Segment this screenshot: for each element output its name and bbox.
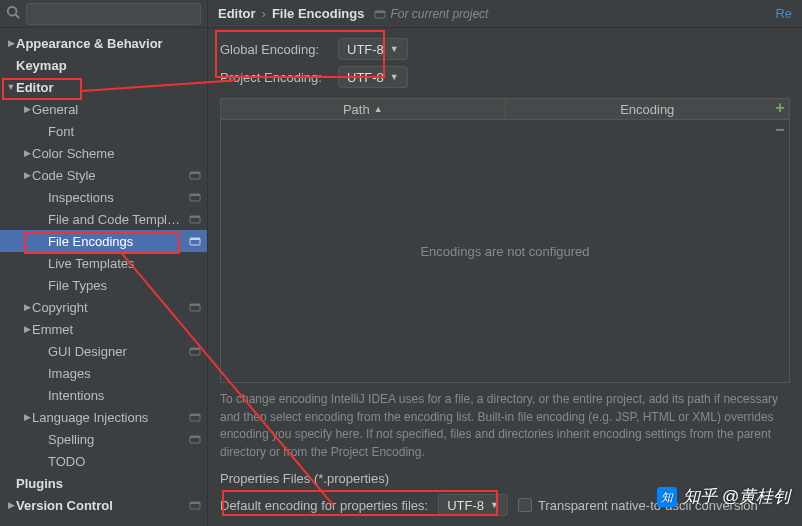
tree-item-file-types[interactable]: File Types <box>0 274 207 296</box>
tree-item-file-encodings[interactable]: File Encodings <box>0 230 207 252</box>
encoding-form: Global Encoding: UTF-8 ▼ Project Encodin… <box>220 38 408 88</box>
tree-item-inspections[interactable]: Inspections <box>0 186 207 208</box>
global-encoding-combo[interactable]: UTF-8 ▼ <box>338 38 408 60</box>
tree-item-keymap[interactable]: Keymap <box>0 54 207 76</box>
tree-item-general[interactable]: ▶General <box>0 98 207 120</box>
tree-item-copyright[interactable]: ▶Copyright <box>0 296 207 318</box>
project-icon <box>189 235 201 247</box>
search-bar <box>0 0 207 28</box>
project-encoding-combo[interactable]: UTF-8 ▼ <box>338 66 408 88</box>
col-encoding[interactable]: Encoding <box>506 99 790 119</box>
native-to-ascii-checkbox[interactable]: Transparent native-to-ascii conversion <box>518 498 758 513</box>
global-encoding-label: Global Encoding: <box>220 42 330 57</box>
project-icon <box>189 499 201 511</box>
settings-content: Editor › File Encodings For current proj… <box>208 0 802 526</box>
tree-item-version-control[interactable]: ▶Version Control <box>0 494 207 516</box>
project-icon <box>189 213 201 225</box>
tree-item-file-code-templates[interactable]: File and Code Templates <box>0 208 207 230</box>
properties-encoding-combo[interactable]: UTF-8 ▼ <box>438 494 508 516</box>
global-encoding-value: UTF-8 <box>347 42 384 57</box>
tree-item-live-templates[interactable]: Live Templates <box>0 252 207 274</box>
tree-item-plugins[interactable]: Plugins <box>0 472 207 494</box>
reset-link[interactable]: Re <box>775 6 792 21</box>
crumb-scope: For current project <box>370 7 488 21</box>
help-hint: To change encoding IntelliJ IDEA uses fo… <box>220 391 790 461</box>
arrow-right-icon: ▶ <box>22 170 32 180</box>
project-icon <box>189 169 201 181</box>
tree-item-code-style[interactable]: ▶Code Style <box>0 164 207 186</box>
settings-sidebar: ▶Appearance & Behavior Keymap ▼Editor ▶G… <box>0 0 208 526</box>
tree-item-editor[interactable]: ▼Editor <box>0 76 207 98</box>
tree-item-intentions[interactable]: Intentions <box>0 384 207 406</box>
svg-line-1 <box>16 15 20 19</box>
svg-rect-11 <box>190 304 200 306</box>
properties-encoding-value: UTF-8 <box>447 498 484 513</box>
arrow-right-icon: ▶ <box>22 302 32 312</box>
tree-item-images[interactable]: Images <box>0 362 207 384</box>
chevron-down-icon: ▼ <box>390 44 399 54</box>
tree-item-font[interactable]: Font <box>0 120 207 142</box>
encodings-table-body: Encodings are not configured + − <box>220 120 790 383</box>
svg-rect-17 <box>190 436 200 438</box>
project-encoding-label: Project Encoding: <box>220 70 330 85</box>
remove-path-button[interactable]: − <box>770 120 790 140</box>
svg-rect-15 <box>190 414 200 416</box>
svg-rect-19 <box>190 502 200 504</box>
breadcrumb: Editor › File Encodings For current proj… <box>208 0 802 28</box>
project-icon <box>189 411 201 423</box>
svg-rect-21 <box>375 11 385 13</box>
arrow-right-icon: ▶ <box>22 324 32 334</box>
tree-item-lang-injections[interactable]: ▶Language Injections <box>0 406 207 428</box>
encodings-table-header: Path▲ Encoding <box>220 98 790 120</box>
arrow-right-icon: ▶ <box>6 38 16 48</box>
svg-rect-5 <box>190 194 200 196</box>
checkbox-box-icon <box>518 498 532 512</box>
project-icon <box>374 8 386 20</box>
add-path-button[interactable]: + <box>770 98 790 118</box>
project-encoding-value: UTF-8 <box>347 70 384 85</box>
arrow-down-icon: ▼ <box>6 82 16 92</box>
tree-item-todo[interactable]: TODO <box>0 450 207 472</box>
svg-rect-9 <box>190 238 200 240</box>
project-icon <box>189 433 201 445</box>
project-icon <box>189 191 201 203</box>
search-input[interactable] <box>26 3 201 25</box>
svg-rect-13 <box>190 348 200 350</box>
arrow-right-icon: ▶ <box>22 148 32 158</box>
settings-tree: ▶Appearance & Behavior Keymap ▼Editor ▶G… <box>0 28 207 526</box>
svg-rect-7 <box>190 216 200 218</box>
crumb-file-encodings: File Encodings <box>272 6 364 21</box>
tree-item-emmet[interactable]: ▶Emmet <box>0 318 207 340</box>
properties-encoding-label: Default encoding for properties files: <box>220 498 428 513</box>
col-path[interactable]: Path▲ <box>221 99 506 119</box>
arrow-right-icon: ▶ <box>6 500 16 510</box>
crumb-separator-icon: › <box>262 6 266 21</box>
project-icon <box>189 345 201 357</box>
svg-rect-3 <box>190 172 200 174</box>
empty-text: Encodings are not configured <box>420 244 589 259</box>
chevron-down-icon: ▼ <box>390 72 399 82</box>
chevron-down-icon: ▼ <box>490 500 499 510</box>
arrow-right-icon: ▶ <box>22 104 32 114</box>
sort-asc-icon: ▲ <box>374 104 383 114</box>
arrow-right-icon: ▶ <box>22 412 32 422</box>
tree-item-appearance[interactable]: ▶Appearance & Behavior <box>0 32 207 54</box>
search-icon <box>6 5 20 22</box>
crumb-editor[interactable]: Editor <box>218 6 256 21</box>
tree-item-gui-designer[interactable]: GUI Designer <box>0 340 207 362</box>
tree-item-color-scheme[interactable]: ▶Color Scheme <box>0 142 207 164</box>
properties-section-title: Properties Files (*.properties) <box>220 471 790 486</box>
tree-item-spelling[interactable]: Spelling <box>0 428 207 450</box>
svg-point-0 <box>8 7 17 16</box>
properties-row: Default encoding for properties files: U… <box>220 494 790 516</box>
project-icon <box>189 301 201 313</box>
native-to-ascii-label: Transparent native-to-ascii conversion <box>538 498 758 513</box>
